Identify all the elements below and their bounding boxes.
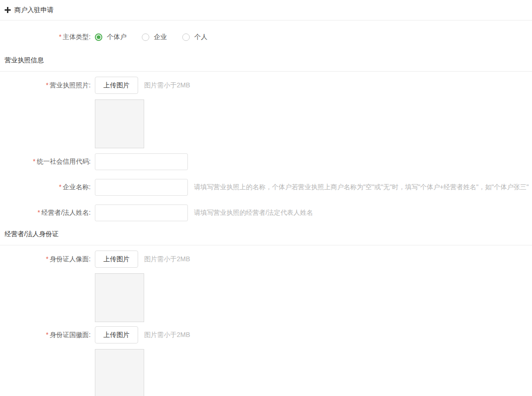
radio-enterprise[interactable]: 企业: [142, 33, 167, 41]
license-photo-hint: 图片需小于2MB: [144, 81, 190, 90]
idcard-portrait-label: *身份证人像面:: [0, 255, 91, 264]
operator-name-input[interactable]: [95, 205, 188, 221]
idcard-emblem-hint: 图片需小于2MB: [144, 331, 190, 339]
radio-personal[interactable]: 个人: [182, 33, 207, 41]
upload-idcard-portrait-button[interactable]: 上传图片: [95, 251, 138, 268]
idcard-portrait-preview: [95, 273, 144, 322]
company-name-label: *企业名称:: [0, 183, 91, 191]
plus-icon: [5, 7, 11, 13]
idcard-emblem-label: *身份证国徽面:: [0, 331, 91, 339]
field-license-photo: *营业执照照片: 上传图片 图片需小于2MB: [0, 77, 532, 94]
field-idcard-emblem: *身份证国徽面: 上传图片 图片需小于2MB: [0, 326, 532, 343]
operator-name-hint: 请填写营业执照的经营者/法定代表人姓名: [194, 209, 313, 217]
section-divider: [0, 71, 532, 72]
required-asterisk: *: [46, 255, 48, 263]
field-company-name: *企业名称: 请填写营业执照上的名称，个体户若营业执照上商户名称为"空"或"无"…: [0, 179, 532, 196]
page-title: 商户入驻申请: [14, 6, 53, 14]
required-asterisk: *: [33, 158, 35, 165]
license-photo-preview: [95, 99, 144, 148]
section-divider: [0, 245, 532, 245]
merchant-application-form: *主体类型: 个体户 企业 个人 营业执照信息 *营业执照照片: 上传图片 图片…: [0, 20, 532, 396]
radio-selected-icon[interactable]: [95, 33, 102, 41]
company-name-hint: 请填写营业执照上的名称，个体户若营业执照上商户名称为"空"或"无"时，填写"个体…: [194, 183, 529, 191]
operator-name-label: *经营者/法人姓名:: [0, 209, 91, 217]
subject-type-options: 个体户 企业 个人: [95, 33, 223, 41]
upload-idcard-emblem-button[interactable]: 上传图片: [95, 326, 138, 343]
required-asterisk: *: [46, 331, 48, 338]
required-asterisk: *: [59, 183, 61, 191]
idcard-portrait-hint: 图片需小于2MB: [144, 255, 190, 264]
panel-header: 商户入驻申请: [0, 0, 532, 20]
required-asterisk: *: [46, 81, 48, 89]
company-name-input[interactable]: [95, 179, 188, 196]
radio-unselected-icon[interactable]: [142, 33, 149, 41]
credit-code-label: *统一社会信用代码:: [0, 158, 91, 166]
required-asterisk: *: [38, 209, 40, 216]
section-title-business-license: 营业执照信息: [0, 56, 532, 65]
section-title-id-card: 经营者/法人身份证: [0, 230, 532, 238]
field-credit-code: *统一社会信用代码:: [0, 153, 532, 170]
field-operator-name: *经营者/法人姓名: 请填写营业执照的经营者/法定代表人姓名: [0, 205, 532, 221]
radio-individual-business[interactable]: 个体户: [95, 33, 126, 41]
idcard-emblem-preview: [95, 349, 144, 396]
credit-code-input[interactable]: [95, 153, 188, 170]
field-subject-type: *主体类型: 个体户 企业 个人: [0, 33, 532, 41]
license-photo-label: *营业执照照片:: [0, 81, 91, 90]
upload-license-photo-button[interactable]: 上传图片: [95, 77, 138, 94]
subject-type-label: *主体类型:: [0, 33, 91, 41]
field-idcard-portrait: *身份证人像面: 上传图片 图片需小于2MB: [0, 251, 532, 268]
radio-unselected-icon[interactable]: [182, 33, 190, 41]
required-asterisk: *: [59, 33, 61, 40]
